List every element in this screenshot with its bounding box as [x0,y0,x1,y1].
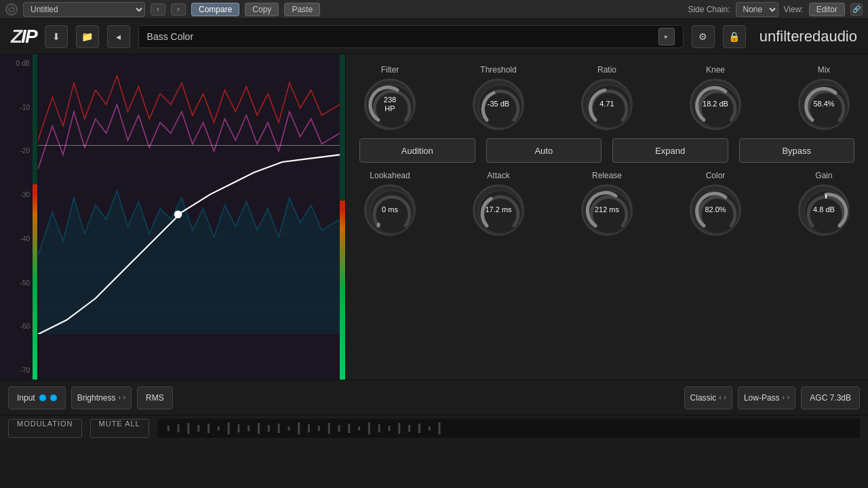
svg-rect-31 [288,426,290,430]
svg-rect-44 [418,424,420,433]
preset-nav-right[interactable]: ▸ [658,28,675,45]
svg-rect-27 [248,426,250,431]
color-knob[interactable]: 82.0% [690,184,741,236]
classic-prev-icon: ‹ [719,394,721,401]
waveform-display: 0 dB -10 -20 -30 -40 -50 -60 -70 [0,54,345,380]
mix-knob[interactable]: 58.4% [798,79,850,130]
modulation-button[interactable]: MODULATION [8,419,82,438]
svg-point-7 [174,211,182,218]
knee-label: Knee [706,65,725,75]
filter-group: Filter 238HP [359,65,420,130]
rms-button[interactable]: RMS [137,386,173,409]
view-editor-button[interactable]: Editor [809,3,845,16]
auto-button[interactable]: Auto [486,138,602,163]
ratio-knob[interactable]: 4.71 [581,79,633,130]
paste-button[interactable]: Paste [284,3,320,16]
folder-button[interactable]: 📁 [76,25,99,48]
brand: unfilteredaudio [760,28,857,45]
brightness-next-icon: › [123,394,125,401]
release-value: 212 ms [595,205,619,214]
db-60: -60 [3,323,30,330]
threshold-group: Threshold -35 dB [468,65,529,130]
svg-rect-19 [167,426,170,431]
main-body: 0 dB -10 -20 -30 -40 -50 -60 -70 [0,54,868,380]
download-button[interactable]: ⬇ [45,25,68,48]
threshold-line [38,145,340,146]
threshold-label: Threshold [480,65,516,75]
gear-button[interactable]: ⚙ [692,25,715,48]
preset-bar: Bass Color ▸ [138,25,684,48]
db-50: -50 [3,279,30,287]
svg-rect-40 [378,424,380,432]
release-group: Release 212 ms [576,171,637,236]
knee-group: Knee 18.2 dB [685,65,746,130]
ratio-value: 4.71 [599,100,614,108]
release-label: Release [592,171,622,180]
button-row-1: Audition Auto Expand Bypass [359,138,854,163]
waveform-svg [38,54,340,334]
lookahead-knob[interactable]: 0 ms [364,184,416,236]
brightness-label: Brightness [77,393,116,403]
attack-label: Attack [487,171,509,180]
brightness-button[interactable]: Brightness ‹ › [71,386,132,409]
back-button[interactable]: ◂ [107,25,130,48]
ratio-group: Ratio 4.71 [576,65,637,130]
attack-knob[interactable]: 17.2 ms [473,184,524,236]
gain-knob[interactable]: 4.8 dB [798,184,850,236]
link-icon[interactable]: 🔗 [850,3,863,16]
filter-value: 238HP [384,96,396,113]
nav-prev-button[interactable]: ‹ [151,3,165,16]
power-button[interactable]: ⏻ [5,3,18,16]
db-0: 0 dB [3,60,30,67]
low-pass-label: Low-Pass [744,393,780,403]
copy-button[interactable]: Copy [245,3,279,16]
filter-knob[interactable]: 238HP [364,79,416,130]
lookahead-value: 0 ms [382,205,398,214]
threshold-knob[interactable]: -35 dB [473,79,524,130]
lookahead-label: Lookahead [370,171,410,180]
svg-rect-35 [328,423,330,434]
mix-group: Mix 58.4% [793,65,854,130]
side-chain-select[interactable]: None [736,2,778,17]
level-meter-right [340,54,345,380]
bottom-right-controls: Classic ‹ › Low-Pass ‹ › AGC 7.3dB [684,386,860,409]
svg-rect-42 [398,423,400,434]
level-fill-left [33,184,37,380]
nav-next-button[interactable]: › [171,3,186,16]
knob-row-2: Lookahead 0 ms Attack [359,171,854,236]
classic-button[interactable]: Classic ‹ › [684,386,732,409]
color-value: 82.0% [705,205,726,214]
level-fill-right [340,201,345,380]
release-knob[interactable]: 212 ms [581,184,633,236]
lookahead-group: Lookahead 0 ms [359,171,420,236]
svg-rect-43 [408,425,410,432]
compare-button[interactable]: Compare [191,3,239,16]
preset-dropdown[interactable]: Untitled [23,2,145,17]
low-pass-next-icon: › [787,394,789,401]
footer: MODULATION MUTE ALL [0,415,868,441]
lock-button[interactable]: 🔒 [723,25,746,48]
agc-label: AGC 7.3dB [810,393,851,403]
svg-rect-30 [277,424,279,433]
knee-knob[interactable]: 18.2 dB [690,79,741,130]
expand-button[interactable]: Expand [612,138,728,163]
side-chain-label: Side Chain: [688,5,730,14]
input-label: Input [17,393,35,403]
threshold-value: -35 dB [488,100,509,108]
mini-waveform [157,419,860,438]
db-40: -40 [3,235,30,243]
audition-button[interactable]: Audition [359,138,475,163]
db-labels: 0 dB -10 -20 -30 -40 -50 -60 -70 [0,54,33,380]
low-pass-button[interactable]: Low-Pass ‹ › [738,386,795,409]
rms-label: RMS [146,393,164,403]
svg-rect-46 [438,422,440,434]
bottom-bar: Input Brightness ‹ › RMS Classic ‹ › Low… [0,380,868,415]
svg-rect-37 [348,424,350,433]
agc-button[interactable]: AGC 7.3dB [801,386,860,409]
color-label: Color [706,171,726,180]
bypass-button[interactable]: Bypass [739,138,855,163]
input-button[interactable]: Input [8,386,66,409]
classic-label: Classic [690,393,717,403]
mute-all-button[interactable]: MUTE ALL [90,419,149,438]
waveform-panel: 0 dB -10 -20 -30 -40 -50 -60 -70 [0,54,346,380]
